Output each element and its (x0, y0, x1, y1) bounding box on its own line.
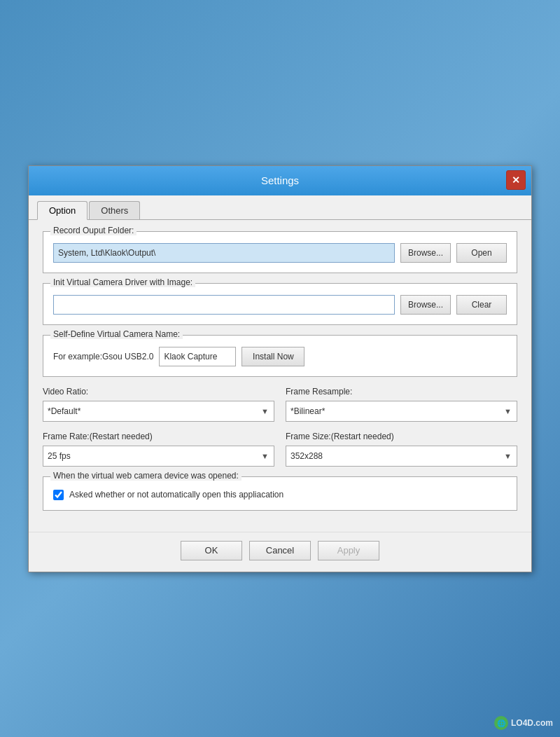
dialog-footer: OK Cancel Apply (29, 532, 531, 572)
frame-resample-select-wrapper: *Bilinear* *Nearest* *Bicubic* ▼ (286, 401, 517, 422)
frame-resample-label: Frame Resample: (286, 387, 517, 397)
record-output-row: Browse... Open (53, 243, 507, 263)
camera-example-text: For example:Gsou USB2.0 (53, 352, 153, 361)
video-ratio-select-wrapper: *Default* 4:3 16:9 1:1 ▼ (43, 401, 274, 422)
frame-resample-select[interactable]: *Bilinear* *Nearest* *Bicubic* (286, 401, 517, 422)
tab-strip: Option Others (29, 195, 531, 220)
camera-name-input[interactable] (159, 347, 236, 366)
frame-size-select[interactable]: 352x288 640x480 1280x720 1920x1080 (286, 446, 517, 467)
virtual-camera-input[interactable] (53, 295, 395, 315)
record-output-label: Record Ouput Folder: (50, 226, 136, 235)
camera-name-label: Self-Define Virtual Camera Name: (50, 329, 183, 339)
watermark-text: LO4D.com (511, 718, 553, 728)
record-open-button[interactable]: Open (456, 243, 507, 263)
virtual-camera-label: Init Virtual Camera Driver with Image: (50, 277, 195, 287)
record-output-group: Record Ouput Folder: Browse... Open (43, 231, 517, 273)
virtual-camera-row: Browse... Clear (53, 295, 507, 315)
video-frame-row: Video Ratio: *Default* 4:3 16:9 1:1 ▼ Fr… (43, 387, 517, 422)
frame-size-label: Frame Size:(Restart needed) (286, 432, 517, 441)
title-bar: Settings ✕ (29, 166, 531, 195)
video-ratio-col: Video Ratio: *Default* 4:3 16:9 1:1 ▼ (43, 387, 274, 422)
settings-dialog: Settings ✕ Option Others Record Ouput Fo… (28, 165, 532, 572)
virtual-camera-clear-button[interactable]: Clear (456, 295, 507, 315)
watermark: 🌐 LO4D.com (494, 716, 553, 730)
frame-size-col: Frame Size:(Restart needed) 352x288 640x… (286, 432, 517, 467)
checkbox-row: Asked whether or not automatically open … (53, 490, 507, 500)
webcam-section-label: When the virtual web camera device was o… (50, 471, 241, 481)
install-now-button[interactable]: Install Now (241, 347, 304, 366)
watermark-icon: 🌐 (494, 716, 508, 730)
dialog-content: Option Others Record Ouput Folder: Brows… (29, 195, 531, 572)
close-button[interactable]: ✕ (506, 170, 526, 190)
camera-name-group: Self-Define Virtual Camera Name: For exa… (43, 335, 517, 377)
tab-option[interactable]: Option (37, 201, 88, 220)
frame-settings-row: Frame Rate:(Restart needed) 15 fps 25 fp… (43, 432, 517, 467)
virtual-camera-browse-button[interactable]: Browse... (400, 295, 451, 315)
frame-rate-label: Frame Rate:(Restart needed) (43, 432, 274, 441)
frame-rate-select-wrapper: 15 fps 25 fps 30 fps 60 fps ▼ (43, 446, 274, 467)
tab-body-option: Record Ouput Folder: Browse... Open Init… (29, 220, 531, 532)
ok-button[interactable]: OK (181, 541, 242, 560)
camera-name-row: For example:Gsou USB2.0 Install Now (53, 347, 507, 366)
dialog-title: Settings (261, 174, 299, 186)
cancel-button[interactable]: Cancel (249, 541, 311, 560)
auto-open-checkbox[interactable] (53, 490, 64, 500)
frame-rate-col: Frame Rate:(Restart needed) 15 fps 25 fp… (43, 432, 274, 467)
apply-button[interactable]: Apply (318, 541, 379, 560)
auto-open-text: Asked whether or not automatically open … (69, 490, 284, 500)
frame-size-select-wrapper: 352x288 640x480 1280x720 1920x1080 ▼ (286, 446, 517, 467)
tab-others[interactable]: Others (89, 201, 140, 219)
video-ratio-select[interactable]: *Default* 4:3 16:9 1:1 (43, 401, 274, 422)
frame-rate-select[interactable]: 15 fps 25 fps 30 fps 60 fps (43, 446, 274, 467)
frame-resample-col: Frame Resample: *Bilinear* *Nearest* *Bi… (286, 387, 517, 422)
webcam-section: When the virtual web camera device was o… (43, 476, 517, 511)
virtual-camera-group: Init Virtual Camera Driver with Image: B… (43, 283, 517, 325)
record-output-input[interactable] (53, 243, 395, 263)
video-ratio-label: Video Ratio: (43, 387, 274, 397)
record-browse-button[interactable]: Browse... (400, 243, 451, 263)
